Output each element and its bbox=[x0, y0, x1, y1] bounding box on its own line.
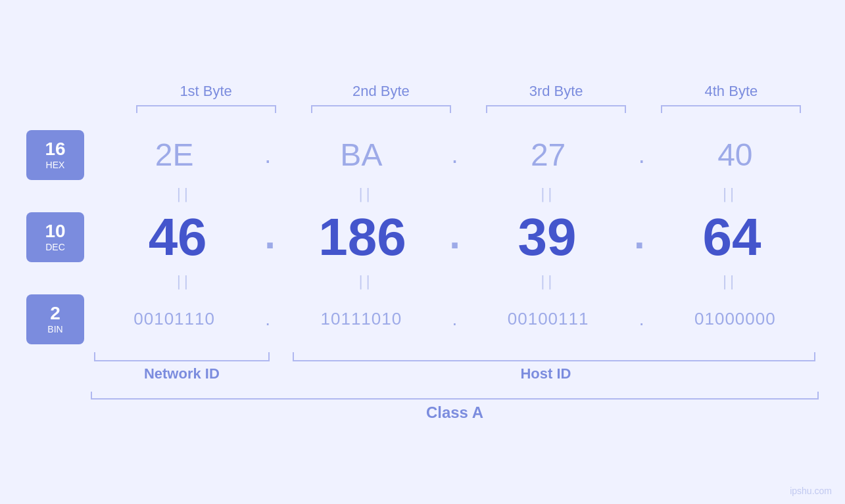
bin-sep-3: . bbox=[632, 309, 652, 330]
eq-2-4: || bbox=[720, 273, 735, 289]
dec-base-label: DEC bbox=[45, 242, 65, 252]
hex-badge: 16 HEX bbox=[26, 130, 84, 180]
hex-byte-1: 2E bbox=[155, 137, 194, 173]
bin-sep-1: . bbox=[258, 309, 278, 330]
bin-bytes: 00101110 . 10111010 . 00100111 . 0100000… bbox=[91, 309, 819, 330]
top-brackets bbox=[26, 105, 819, 113]
main-container: 1st Byte 2nd Byte 3rd Byte 4th Byte 16 H… bbox=[0, 0, 845, 504]
byte-header-2: 2nd Byte bbox=[293, 83, 468, 100]
network-id-label: Network ID bbox=[91, 365, 273, 382]
hex-sep-3: . bbox=[632, 141, 652, 169]
bottom-brackets bbox=[91, 352, 819, 361]
byte-header-3: 3rd Byte bbox=[469, 83, 644, 100]
dec-byte-4: 64 bbox=[702, 207, 761, 267]
bin-sep-2: . bbox=[445, 309, 465, 330]
host-id-label: Host ID bbox=[273, 365, 819, 382]
hex-sep-1: . bbox=[258, 141, 278, 169]
dec-row: 10 DEC 46 . 186 . 39 . 64 bbox=[26, 207, 819, 267]
class-bracket bbox=[91, 392, 819, 400]
byte-header-4: 4th Byte bbox=[644, 83, 819, 100]
eq-2-3: || bbox=[539, 273, 554, 289]
bin-byte-3: 00100111 bbox=[508, 309, 589, 329]
class-row: Class A bbox=[26, 392, 819, 422]
hex-byte-2: BA bbox=[340, 137, 382, 173]
hex-base-label: HEX bbox=[46, 160, 65, 170]
bin-base-label: BIN bbox=[47, 324, 62, 334]
bin-badge: 2 BIN bbox=[26, 294, 84, 344]
bin-byte-2: 10111010 bbox=[321, 309, 402, 329]
byte-header-1: 1st Byte bbox=[118, 83, 293, 100]
eq-2-1: || bbox=[174, 273, 189, 289]
eq-1-4: || bbox=[720, 185, 735, 202]
hex-byte-3: 27 bbox=[531, 137, 566, 173]
bottom-labels: Network ID Host ID bbox=[91, 365, 819, 382]
watermark: ipshu.com bbox=[790, 486, 832, 496]
dec-byte-1: 46 bbox=[149, 207, 207, 267]
bin-row: 2 BIN 00101110 . 10111010 . 00100111 . 0… bbox=[26, 294, 819, 344]
hex-bytes: 2E . BA . 27 . 40 bbox=[91, 137, 819, 173]
dec-bytes: 46 . 186 . 39 . 64 bbox=[91, 207, 819, 267]
dec-sep-2: . bbox=[449, 216, 460, 258]
eq-1-3: || bbox=[539, 185, 554, 202]
dec-byte-2: 186 bbox=[318, 207, 406, 267]
bin-byte-1: 00101110 bbox=[133, 309, 215, 329]
dec-sep-3: . bbox=[634, 216, 645, 258]
bottom-section: Network ID Host ID bbox=[26, 352, 819, 382]
byte-headers: 1st Byte 2nd Byte 3rd Byte 4th Byte bbox=[26, 83, 819, 100]
hex-byte-4: 40 bbox=[717, 137, 752, 173]
eq-1-2: || bbox=[356, 185, 372, 202]
hex-row: 16 HEX 2E . BA . 27 . 40 bbox=[26, 130, 819, 180]
dec-badge: 10 DEC bbox=[26, 212, 84, 262]
bin-base-num: 2 bbox=[50, 304, 60, 324]
equals-row-1: || || || || bbox=[26, 185, 819, 202]
class-a-label: Class A bbox=[91, 403, 819, 422]
eq-2-2: || bbox=[356, 273, 372, 289]
hex-sep-2: . bbox=[445, 141, 465, 169]
bin-byte-4: 01000000 bbox=[694, 309, 776, 329]
hex-base-num: 16 bbox=[45, 139, 65, 160]
eq-1-1: || bbox=[174, 185, 189, 202]
dec-byte-3: 39 bbox=[518, 207, 576, 267]
dec-base-num: 10 bbox=[45, 221, 65, 242]
equals-row-2: || || || || bbox=[26, 273, 819, 289]
dec-sep-1: . bbox=[264, 216, 276, 258]
